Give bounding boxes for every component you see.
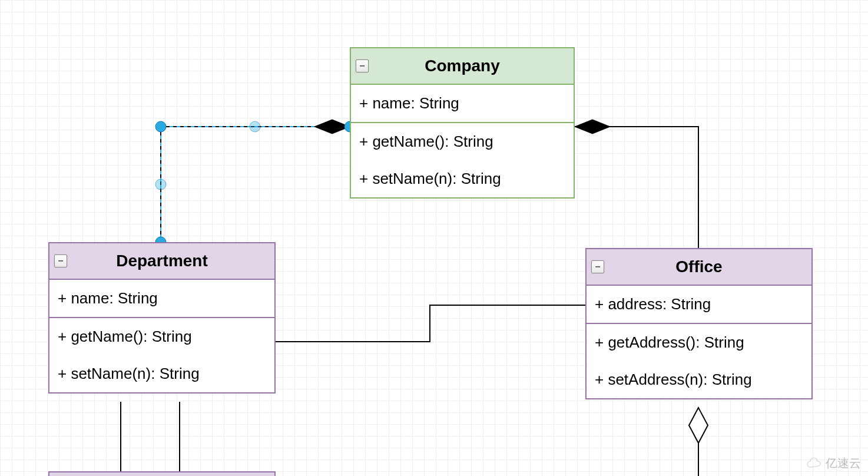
- uml-class-title: − Company: [351, 48, 574, 85]
- uml-attributes-section: + name: String: [351, 85, 574, 123]
- uml-operation[interactable]: + setAddress(n): String: [587, 361, 811, 398]
- collapse-toggle-icon[interactable]: −: [591, 260, 604, 273]
- class-name-label: Department: [116, 252, 208, 270]
- uml-attributes-section: + name: String: [49, 280, 274, 318]
- association-connector-department-office[interactable]: [276, 305, 585, 342]
- uml-operations-section: + getAddress(): String + setAddress(n): …: [587, 324, 811, 398]
- uml-operations-section: + getName(): String + setName(n): String: [49, 318, 274, 392]
- collapse-toggle-icon[interactable]: −: [54, 254, 67, 267]
- uml-operation[interactable]: + getAddress(): String: [587, 324, 811, 361]
- watermark-text: 亿速云: [826, 455, 861, 471]
- uml-class-office[interactable]: − Office + address: String + getAddress(…: [585, 248, 813, 399]
- uml-class-company[interactable]: − Company + name: String + getName(): St…: [350, 47, 575, 199]
- uml-class-partial-bottom[interactable]: [48, 471, 276, 476]
- uml-class-title: − Office: [587, 249, 811, 286]
- uml-class-title: − Department: [49, 243, 274, 280]
- uml-operations-section: + getName(): String + setName(n): String: [351, 123, 574, 197]
- uml-attribute[interactable]: + address: String: [587, 286, 811, 323]
- class-name-label: Office: [675, 257, 722, 276]
- collapse-toggle-icon[interactable]: −: [356, 60, 369, 72]
- uml-operation[interactable]: + setName(n): String: [351, 160, 574, 197]
- uml-attributes-section: + address: String: [587, 286, 811, 324]
- uml-operation[interactable]: + getName(): String: [49, 318, 274, 355]
- aggregation-connector-office-down[interactable]: [689, 408, 708, 476]
- watermark: 亿速云: [806, 455, 861, 471]
- uml-attribute[interactable]: + name: String: [49, 280, 274, 317]
- diagram-canvas[interactable]: − Company + name: String + getName(): St…: [0, 0, 868, 476]
- class-name-label: Company: [425, 57, 500, 75]
- composition-connector-company-department[interactable]: [155, 120, 355, 247]
- composition-connector-company-office[interactable]: [575, 120, 698, 248]
- cloud-icon: [806, 458, 822, 470]
- uml-operation[interactable]: + setName(n): String: [49, 355, 274, 392]
- uml-attribute[interactable]: + name: String: [351, 85, 574, 122]
- uml-operation[interactable]: + getName(): String: [351, 123, 574, 160]
- uml-class-department[interactable]: − Department + name: String + getName():…: [48, 242, 276, 394]
